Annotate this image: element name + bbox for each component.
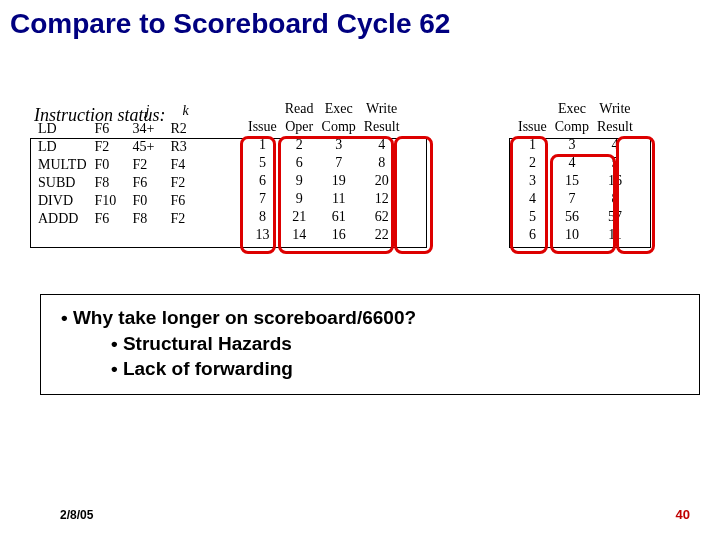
footer-date: 2/8/05 xyxy=(60,508,93,522)
highlight-box xyxy=(394,136,433,254)
slide-title: Compare to Scoreboard Cycle 62 xyxy=(0,0,720,44)
table-row: LDF634+R2 xyxy=(34,120,205,138)
highlight-box xyxy=(240,136,276,254)
footer-page-number: 40 xyxy=(676,507,690,522)
bullet-question: • Why take longer on scoreboard/6600? xyxy=(61,305,685,331)
bullet-answer: • Lack of forwarding xyxy=(111,356,685,382)
col-j: j xyxy=(146,103,150,118)
col-k: k xyxy=(182,103,188,118)
highlight-box xyxy=(550,154,616,254)
highlight-box xyxy=(616,136,655,254)
bullet-answer: • Structural Hazards xyxy=(111,331,685,357)
highlight-box xyxy=(278,136,394,254)
bullets-box: • Why take longer on scoreboard/6600? • … xyxy=(40,294,700,395)
highlight-box xyxy=(510,136,548,254)
